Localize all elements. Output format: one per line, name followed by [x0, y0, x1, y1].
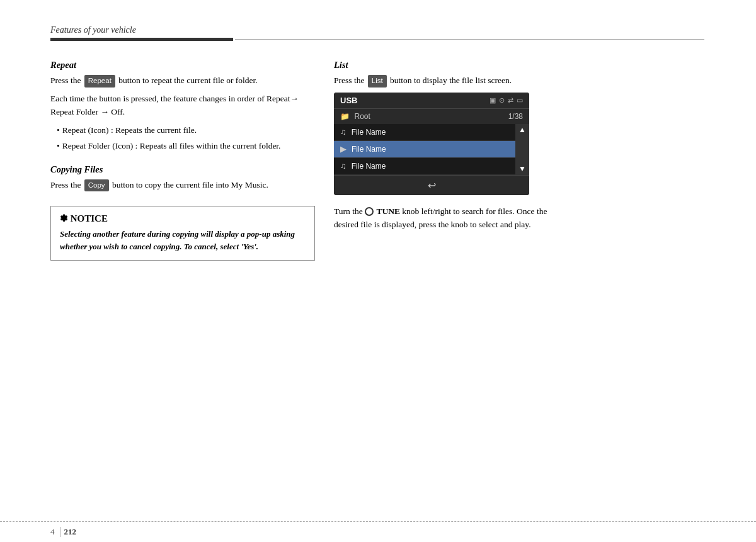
file-row-inner-active: ▶ File Name	[340, 144, 509, 154]
page-container: Features of your vehicle Repeat Press th…	[0, 0, 756, 298]
bullet-item-1: • Repeat (Icon) : Repeats the current fi…	[57, 124, 315, 137]
breadcrumb-text: Root	[355, 112, 370, 121]
file-row[interactable]: ♫ File Name	[334, 124, 515, 141]
notice-box: ✽ NOTICE Selecting another feature durin…	[50, 206, 315, 261]
list-para: Press the List button to display the fil…	[334, 74, 554, 88]
scrollbar[interactable]: ▲ ▼	[515, 124, 529, 175]
usb-label: USB	[340, 96, 357, 105]
list-button-label[interactable]: List	[368, 75, 387, 88]
copy-button-label[interactable]: Copy	[84, 179, 109, 192]
footer-page-num: 212	[64, 527, 77, 537]
file-row-active[interactable]: ▶ File Name	[334, 141, 515, 158]
notice-heading: ✽ NOTICE	[60, 213, 306, 224]
usb-breadcrumb: 📁 Root 1/38	[334, 108, 529, 124]
file-row-3[interactable]: ♫ File Name	[334, 158, 515, 175]
repeat-para2: Each time the button is pressed, the fea…	[50, 93, 315, 119]
list-heading: List	[334, 60, 554, 71]
file-name-2: File Name	[352, 145, 386, 154]
scroll-down-arrow[interactable]: ▼	[518, 164, 526, 174]
page-header: Features of your vehicle	[50, 25, 706, 41]
repeat-heading: Repeat	[50, 60, 315, 71]
usb-screen: USB ▣ ⊙ ⇄ ▭ 📁 Root 1/38	[334, 93, 529, 195]
header-title: Features of your vehicle	[50, 25, 706, 35]
usb-icons: ▣ ⊙ ⇄ ▭	[490, 96, 523, 104]
music-note-icon-2: ♫	[340, 161, 346, 171]
footer-section-num: 4	[50, 527, 60, 537]
play-icon: ▶	[340, 144, 346, 154]
usb-topbar: USB ▣ ⊙ ⇄ ▭	[334, 93, 529, 108]
usb-icon-3: ⇄	[508, 96, 513, 104]
music-note-icon: ♫	[340, 127, 346, 137]
header-rule	[50, 38, 706, 41]
page-count: 1/38	[508, 112, 523, 121]
notice-text: Selecting another feature during copying…	[60, 228, 306, 254]
copying-section: Copying Files Press the Copy button to c…	[50, 164, 315, 192]
page-footer: 4 212	[0, 521, 756, 542]
file-name-1: File Name	[352, 128, 386, 137]
col-left: Repeat Press the Repeat button to repeat…	[50, 60, 315, 261]
tune-label: TUNE	[376, 206, 400, 216]
tune-knob-icon	[365, 207, 374, 216]
header-line-thick	[50, 38, 233, 41]
tune-para: Turn the TUNE knob left/right to search …	[334, 205, 554, 232]
file-name-3: File Name	[352, 162, 386, 171]
bullet-item-2: • Repeat Folder (Icon) : Repeats all fil…	[57, 140, 315, 153]
copying-para: Press the Copy button to copy the curren…	[50, 179, 315, 192]
back-bar[interactable]: ↩	[334, 175, 529, 195]
folder-icon: 📁	[340, 112, 350, 121]
usb-icon-1: ▣	[490, 96, 496, 104]
file-row-inner: ♫ File Name	[340, 127, 509, 137]
repeat-bullets: • Repeat (Icon) : Repeats the current fi…	[57, 124, 315, 153]
col-right: List Press the List button to display th…	[334, 60, 554, 261]
breadcrumb-left: 📁 Root	[340, 111, 370, 121]
repeat-para1: Press the Repeat button to repeat the cu…	[50, 74, 315, 88]
copying-heading: Copying Files	[50, 164, 315, 175]
repeat-button-label[interactable]: Repeat	[84, 75, 115, 88]
scroll-up-arrow[interactable]: ▲	[518, 125, 526, 135]
usb-icon-4: ▭	[517, 96, 523, 104]
content-columns: Repeat Press the Repeat button to repeat…	[50, 60, 706, 261]
file-row-inner-3: ♫ File Name	[340, 161, 509, 171]
usb-icon-2: ⊙	[499, 96, 505, 104]
file-list-rows: ♫ File Name ▶ File Name	[334, 124, 515, 175]
file-list-with-scrollbar: ♫ File Name ▶ File Name	[334, 124, 529, 175]
header-line-thin	[235, 39, 704, 40]
back-icon[interactable]: ↩	[428, 179, 436, 191]
